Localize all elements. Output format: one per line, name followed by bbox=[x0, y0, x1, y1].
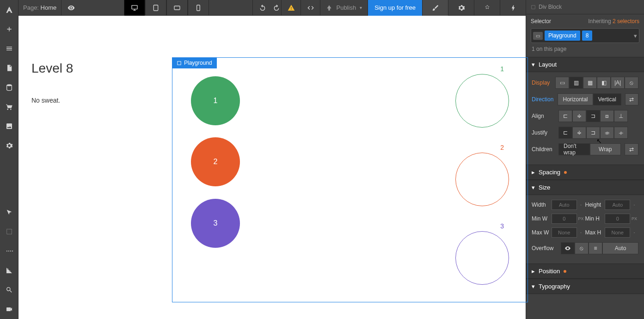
direction-reverse-icon[interactable]: ⇄ bbox=[625, 93, 638, 105]
device-desktop-icon[interactable] bbox=[124, 0, 145, 16]
style-panel: Div Block Selector Inheriting 2 selector… bbox=[526, 0, 644, 319]
device-tablet-landscape-icon[interactable] bbox=[166, 0, 188, 16]
minw-label: Min W bbox=[532, 215, 552, 222]
overflow-auto[interactable]: Auto bbox=[602, 242, 638, 254]
list-icon[interactable] bbox=[0, 39, 18, 58]
tab-interactions-icon[interactable] bbox=[500, 0, 526, 16]
logo-icon[interactable] bbox=[0, 0, 18, 19]
tab-manager-icon[interactable] bbox=[474, 0, 500, 16]
target-3: 3 bbox=[455, 231, 509, 285]
left-sidebar bbox=[0, 0, 18, 319]
breadcrumb[interactable]: Div Block bbox=[526, 0, 644, 14]
xray-icon[interactable] bbox=[0, 241, 18, 261]
target-2: 2 bbox=[455, 153, 509, 206]
tab-style-icon[interactable] bbox=[422, 0, 448, 16]
database-icon[interactable] bbox=[0, 78, 18, 97]
svg-rect-1 bbox=[6, 229, 12, 234]
circle-3[interactable]: 3 bbox=[191, 199, 240, 248]
svg-rect-4 bbox=[174, 6, 180, 10]
undo-icon[interactable] bbox=[252, 0, 272, 16]
svg-rect-3 bbox=[154, 5, 158, 11]
circle-1[interactable]: 1 bbox=[191, 76, 240, 125]
warning-icon[interactable] bbox=[281, 0, 301, 16]
justify-center-icon[interactable]: ≑ bbox=[572, 127, 586, 139]
width-label: Width bbox=[532, 202, 552, 208]
main-area: Page: Home Publish ▾ Sign up for free bbox=[18, 0, 526, 319]
children-wrap[interactable]: Wrap bbox=[590, 143, 621, 155]
canvas[interactable]: Level 8 No sweat. Playground 1 2 3 1 2 3 bbox=[18, 16, 526, 319]
circle-2[interactable]: 2 bbox=[191, 137, 240, 186]
page-label[interactable]: Page: Home bbox=[18, 4, 61, 11]
overflow-scroll-icon[interactable]: ≡ bbox=[589, 242, 602, 254]
display-inline-block-icon[interactable]: ◧ bbox=[597, 77, 611, 89]
height-input[interactable] bbox=[605, 200, 630, 210]
justify-between-icon[interactable]: ⟚ bbox=[600, 127, 614, 139]
maxw-label: Max W bbox=[532, 229, 552, 236]
display-flex-icon[interactable]: ▥ bbox=[569, 77, 583, 89]
align-end-icon[interactable]: ⊐ bbox=[586, 110, 600, 122]
guides-icon[interactable] bbox=[0, 261, 18, 280]
redo-icon[interactable] bbox=[272, 0, 281, 16]
direction-horizontal[interactable]: Horizontal bbox=[558, 93, 593, 105]
display-inline-icon[interactable]: |A| bbox=[611, 77, 625, 89]
inheriting-link[interactable]: 2 selectors bbox=[613, 18, 639, 25]
align-stretch-icon[interactable]: ⧈ bbox=[600, 110, 614, 122]
page-icon[interactable] bbox=[0, 58, 18, 78]
cursor-icon[interactable] bbox=[0, 202, 18, 222]
section-typography[interactable]: ▾Typography bbox=[526, 279, 644, 294]
maxw-input[interactable] bbox=[552, 227, 577, 238]
width-input[interactable] bbox=[552, 200, 577, 210]
section-spacing[interactable]: ▸Spacing bbox=[526, 165, 644, 180]
select-icon[interactable] bbox=[0, 222, 18, 241]
justify-start-icon[interactable]: ⊏ bbox=[558, 127, 572, 139]
signup-button[interactable]: Sign up for free bbox=[368, 0, 422, 16]
align-center-icon[interactable]: ≑ bbox=[572, 110, 586, 122]
section-layout[interactable]: ▾Layout bbox=[526, 57, 644, 72]
maxh-label: Max H bbox=[585, 229, 605, 236]
children-label: Children bbox=[532, 146, 555, 153]
overflow-visible-icon[interactable] bbox=[561, 242, 575, 254]
overflow-label: Overflow bbox=[532, 245, 557, 252]
video-icon[interactable] bbox=[0, 300, 18, 319]
device-phone-icon[interactable] bbox=[188, 0, 209, 16]
align-start-icon[interactable]: ⊏ bbox=[558, 110, 572, 122]
svg-rect-6 bbox=[178, 61, 181, 64]
device-tablet-icon[interactable] bbox=[145, 0, 166, 16]
display-none-icon[interactable]: ⦸ bbox=[625, 77, 638, 89]
overflow-hidden-icon[interactable]: ⦸ bbox=[575, 242, 589, 254]
align-baseline-icon[interactable]: ⊥ bbox=[614, 110, 628, 122]
selector-input[interactable]: ▭ Playground 8 ▾ bbox=[531, 28, 639, 43]
topbar: Page: Home Publish ▾ Sign up for free bbox=[18, 0, 526, 16]
children-reverse-icon[interactable]: ⇄ bbox=[625, 143, 638, 155]
cursor-pointer-icon: ↖ bbox=[596, 137, 602, 145]
tab-settings-icon[interactable] bbox=[448, 0, 474, 16]
svg-point-0 bbox=[6, 84, 12, 86]
selection-badge: Playground bbox=[172, 57, 217, 68]
playground-element[interactable]: Playground 1 2 3 1 2 3 bbox=[172, 57, 528, 302]
section-position[interactable]: ▸Position bbox=[526, 264, 644, 279]
maxh-input[interactable] bbox=[605, 227, 630, 238]
display-block-icon[interactable]: ▭ bbox=[555, 77, 569, 89]
svg-rect-7 bbox=[532, 5, 535, 8]
justify-around-icon[interactable]: ⟛ bbox=[614, 127, 628, 139]
selector-tag[interactable]: Playground bbox=[545, 31, 580, 41]
chevron-down-icon[interactable]: ▾ bbox=[634, 32, 637, 39]
cart-icon[interactable] bbox=[0, 97, 18, 117]
minw-input[interactable] bbox=[552, 214, 577, 224]
publish-button[interactable]: Publish ▾ bbox=[320, 0, 368, 16]
section-size[interactable]: ▾Size bbox=[526, 180, 644, 195]
target-1: 1 bbox=[455, 74, 509, 128]
add-icon[interactable] bbox=[0, 19, 18, 39]
svg-rect-2 bbox=[132, 5, 137, 9]
preview-icon[interactable] bbox=[61, 0, 80, 16]
minh-input[interactable] bbox=[605, 214, 630, 224]
selector-num[interactable]: 8 bbox=[582, 31, 593, 41]
display-grid-icon[interactable]: ▦ bbox=[583, 77, 597, 89]
settings-icon[interactable] bbox=[0, 136, 18, 155]
direction-vertical[interactable]: Vertical bbox=[593, 93, 621, 105]
image-icon[interactable] bbox=[0, 117, 18, 136]
svg-rect-5 bbox=[197, 5, 200, 11]
search-icon[interactable] bbox=[0, 280, 18, 300]
code-icon[interactable] bbox=[301, 0, 320, 16]
children-nowrap[interactable]: Don't wrap bbox=[558, 143, 590, 155]
